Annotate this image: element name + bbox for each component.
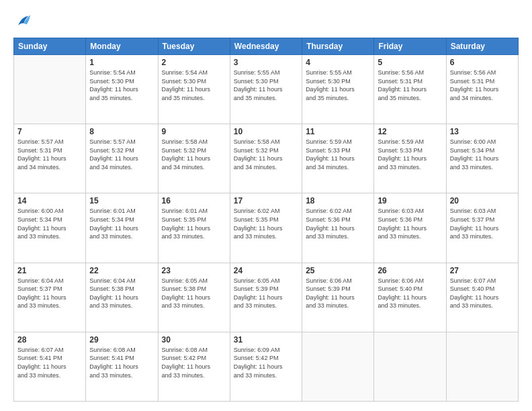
calendar-cell: 31Sunrise: 6:09 AM Sunset: 5:42 PM Dayli… [230, 332, 302, 401]
day-number: 30 [162, 335, 226, 345]
day-number: 18 [306, 196, 370, 205]
day-number: 26 [378, 266, 442, 275]
day-info: Sunrise: 5:54 AM Sunset: 5:30 PM Dayligh… [162, 68, 226, 102]
weekday-header-sunday: Sunday [14, 38, 86, 55]
day-number: 15 [89, 196, 154, 205]
day-info: Sunrise: 5:56 AM Sunset: 5:31 PM Dayligh… [378, 68, 442, 102]
day-number: 25 [306, 266, 370, 275]
day-number: 14 [17, 196, 82, 205]
calendar-cell [374, 332, 446, 401]
calendar-cell: 9Sunrise: 5:58 AM Sunset: 5:32 PM Daylig… [158, 124, 230, 193]
day-number: 10 [234, 127, 298, 136]
calendar-cell: 28Sunrise: 6:07 AM Sunset: 5:41 PM Dayli… [14, 332, 86, 401]
day-info: Sunrise: 6:09 AM Sunset: 5:42 PM Dayligh… [234, 346, 298, 379]
calendar-cell: 15Sunrise: 6:01 AM Sunset: 5:34 PM Dayli… [86, 193, 158, 263]
weekday-header-wednesday: Wednesday [230, 38, 302, 55]
calendar-cell: 6Sunrise: 5:56 AM Sunset: 5:31 PM Daylig… [446, 55, 518, 124]
day-info: Sunrise: 5:59 AM Sunset: 5:33 PM Dayligh… [306, 138, 370, 171]
day-number: 7 [17, 127, 82, 136]
calendar-cell: 24Sunrise: 6:05 AM Sunset: 5:39 PM Dayli… [230, 263, 302, 332]
logo-bird-icon [13, 12, 32, 31]
calendar-week-5: 28Sunrise: 6:07 AM Sunset: 5:41 PM Dayli… [14, 332, 519, 401]
calendar-cell: 4Sunrise: 5:55 AM Sunset: 5:30 PM Daylig… [302, 55, 374, 124]
calendar-week-3: 14Sunrise: 6:00 AM Sunset: 5:34 PM Dayli… [14, 193, 519, 263]
day-info: Sunrise: 5:58 AM Sunset: 5:32 PM Dayligh… [162, 138, 226, 171]
calendar-cell: 17Sunrise: 6:02 AM Sunset: 5:35 PM Dayli… [230, 193, 302, 263]
day-number: 8 [89, 127, 154, 136]
calendar-cell [302, 332, 374, 401]
day-info: Sunrise: 6:07 AM Sunset: 5:41 PM Dayligh… [17, 346, 82, 379]
weekday-header-thursday: Thursday [302, 38, 374, 55]
day-info: Sunrise: 6:05 AM Sunset: 5:38 PM Dayligh… [162, 277, 226, 310]
calendar-cell: 2Sunrise: 5:54 AM Sunset: 5:30 PM Daylig… [158, 55, 230, 124]
weekday-header-row: SundayMondayTuesdayWednesdayThursdayFrid… [14, 38, 519, 55]
weekday-header-tuesday: Tuesday [158, 38, 230, 55]
day-info: Sunrise: 6:01 AM Sunset: 5:34 PM Dayligh… [89, 207, 154, 240]
day-number: 3 [234, 58, 298, 67]
calendar-cell: 8Sunrise: 5:57 AM Sunset: 5:32 PM Daylig… [86, 124, 158, 193]
calendar-cell: 30Sunrise: 6:08 AM Sunset: 5:42 PM Dayli… [158, 332, 230, 401]
day-number: 2 [162, 58, 226, 67]
day-info: Sunrise: 6:00 AM Sunset: 5:34 PM Dayligh… [450, 138, 515, 171]
calendar-cell [14, 55, 86, 124]
calendar-cell: 12Sunrise: 5:59 AM Sunset: 5:33 PM Dayli… [374, 124, 446, 193]
day-number: 1 [89, 58, 154, 67]
day-info: Sunrise: 5:59 AM Sunset: 5:33 PM Dayligh… [378, 138, 442, 171]
calendar-cell: 21Sunrise: 6:04 AM Sunset: 5:37 PM Dayli… [14, 263, 86, 332]
weekday-header-saturday: Saturday [446, 38, 518, 55]
day-number: 11 [306, 127, 370, 136]
calendar-cell: 22Sunrise: 6:04 AM Sunset: 5:38 PM Dayli… [86, 263, 158, 332]
calendar-cell: 5Sunrise: 5:56 AM Sunset: 5:31 PM Daylig… [374, 55, 446, 124]
day-number: 6 [450, 58, 515, 67]
day-number: 4 [306, 58, 370, 67]
weekday-header-monday: Monday [86, 38, 158, 55]
day-number: 13 [450, 127, 515, 136]
day-number: 20 [450, 196, 515, 205]
calendar-cell: 11Sunrise: 5:59 AM Sunset: 5:33 PM Dayli… [302, 124, 374, 193]
day-info: Sunrise: 6:06 AM Sunset: 5:40 PM Dayligh… [378, 277, 442, 310]
calendar-week-1: 1Sunrise: 5:54 AM Sunset: 5:30 PM Daylig… [14, 55, 519, 124]
calendar-cell: 16Sunrise: 6:01 AM Sunset: 5:35 PM Dayli… [158, 193, 230, 263]
calendar-cell: 10Sunrise: 5:58 AM Sunset: 5:32 PM Dayli… [230, 124, 302, 193]
calendar-cell: 27Sunrise: 6:07 AM Sunset: 5:40 PM Dayli… [446, 263, 518, 332]
calendar-cell: 25Sunrise: 6:06 AM Sunset: 5:39 PM Dayli… [302, 263, 374, 332]
day-number: 16 [162, 196, 226, 205]
day-info: Sunrise: 5:56 AM Sunset: 5:31 PM Dayligh… [450, 68, 515, 102]
day-info: Sunrise: 6:02 AM Sunset: 5:36 PM Dayligh… [306, 207, 370, 240]
day-info: Sunrise: 5:57 AM Sunset: 5:31 PM Dayligh… [17, 138, 82, 171]
day-info: Sunrise: 6:02 AM Sunset: 5:35 PM Dayligh… [234, 207, 298, 240]
day-number: 23 [162, 266, 226, 275]
day-number: 31 [234, 335, 298, 345]
calendar-cell: 1Sunrise: 5:54 AM Sunset: 5:30 PM Daylig… [86, 55, 158, 124]
day-info: Sunrise: 5:55 AM Sunset: 5:30 PM Dayligh… [234, 68, 298, 102]
calendar-cell: 20Sunrise: 6:03 AM Sunset: 5:37 PM Dayli… [446, 193, 518, 263]
calendar-cell: 23Sunrise: 6:05 AM Sunset: 5:38 PM Dayli… [158, 263, 230, 332]
day-number: 17 [234, 196, 298, 205]
day-info: Sunrise: 5:55 AM Sunset: 5:30 PM Dayligh… [306, 68, 370, 102]
day-info: Sunrise: 6:01 AM Sunset: 5:35 PM Dayligh… [162, 207, 226, 240]
header [13, 12, 519, 31]
day-number: 21 [17, 266, 82, 275]
day-info: Sunrise: 6:08 AM Sunset: 5:41 PM Dayligh… [89, 346, 154, 379]
calendar-cell: 14Sunrise: 6:00 AM Sunset: 5:34 PM Dayli… [14, 193, 86, 263]
calendar-cell: 3Sunrise: 5:55 AM Sunset: 5:30 PM Daylig… [230, 55, 302, 124]
day-info: Sunrise: 5:54 AM Sunset: 5:30 PM Dayligh… [89, 68, 154, 102]
day-info: Sunrise: 6:03 AM Sunset: 5:36 PM Dayligh… [378, 207, 442, 240]
day-info: Sunrise: 5:58 AM Sunset: 5:32 PM Dayligh… [234, 138, 298, 171]
calendar-cell: 29Sunrise: 6:08 AM Sunset: 5:41 PM Dayli… [86, 332, 158, 401]
day-number: 29 [89, 335, 154, 345]
day-info: Sunrise: 6:00 AM Sunset: 5:34 PM Dayligh… [17, 207, 82, 240]
calendar-cell: 13Sunrise: 6:00 AM Sunset: 5:34 PM Dayli… [446, 124, 518, 193]
day-number: 19 [378, 196, 442, 205]
day-number: 12 [378, 127, 442, 136]
day-info: Sunrise: 6:05 AM Sunset: 5:39 PM Dayligh… [234, 277, 298, 310]
calendar-cell: 18Sunrise: 6:02 AM Sunset: 5:36 PM Dayli… [302, 193, 374, 263]
day-number: 22 [89, 266, 154, 275]
calendar-table: SundayMondayTuesdayWednesdayThursdayFrid… [13, 38, 519, 402]
calendar-week-2: 7Sunrise: 5:57 AM Sunset: 5:31 PM Daylig… [14, 124, 519, 193]
day-info: Sunrise: 6:08 AM Sunset: 5:42 PM Dayligh… [162, 346, 226, 379]
day-info: Sunrise: 6:04 AM Sunset: 5:38 PM Dayligh… [89, 277, 154, 310]
calendar-cell: 19Sunrise: 6:03 AM Sunset: 5:36 PM Dayli… [374, 193, 446, 263]
day-info: Sunrise: 5:57 AM Sunset: 5:32 PM Dayligh… [89, 138, 154, 171]
calendar-cell: 7Sunrise: 5:57 AM Sunset: 5:31 PM Daylig… [14, 124, 86, 193]
